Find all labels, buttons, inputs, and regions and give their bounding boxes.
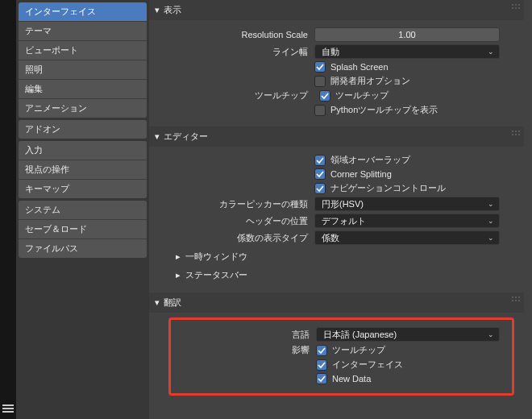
header-position-label: ヘッダーの位置 xyxy=(157,215,314,227)
line-width-select[interactable]: 自動⌄ xyxy=(314,44,500,59)
sidebar-item[interactable]: キーマップ xyxy=(19,180,147,198)
chevron-down-icon: ⌄ xyxy=(488,45,494,58)
factor-display-select[interactable]: 係数⌄ xyxy=(314,230,500,245)
sidebar-item[interactable]: ビューポート xyxy=(19,41,147,60)
panel-title: エディター xyxy=(164,131,208,143)
sidebar: インターフェイステーマビューポート照明編集アニメーションアドオン入力視点の操作キ… xyxy=(16,0,149,419)
color-picker-label: カラーピッカーの種類 xyxy=(157,198,314,210)
translate-tooltips-checkbox[interactable] xyxy=(316,345,327,356)
language-select[interactable]: 日本語 (Japanese)⌄ xyxy=(316,327,500,342)
panel-body-editor: 領域オーバーラップ Corner Splitting ナビゲーションコントロール… xyxy=(149,147,524,292)
chevron-down-icon: ▾ xyxy=(154,297,160,308)
region-overlap-checkbox[interactable] xyxy=(314,155,326,166)
sidebar-item[interactable]: アドオン xyxy=(19,120,147,139)
panel-header-editor[interactable]: ▾ エディター xyxy=(149,127,524,147)
tooltip-section-label: ツールチップ xyxy=(157,89,314,102)
subpanel-temp-windows[interactable]: ▸ 一時ウィンドウ xyxy=(157,247,516,266)
translate-interface-label: インターフェイス xyxy=(332,359,403,371)
sidebar-item[interactable]: 視点の操作 xyxy=(19,160,147,180)
hamburger-icon[interactable] xyxy=(2,403,14,414)
panel-header-display[interactable]: ▾ 表示 xyxy=(149,0,524,20)
tooltip-checkbox[interactable] xyxy=(319,90,330,102)
region-overlap-label: 領域オーバーラップ xyxy=(330,154,410,166)
sidebar-item[interactable]: 入力 xyxy=(19,141,147,160)
sidebar-item[interactable]: ファイルパス xyxy=(19,239,147,258)
nav-controls-checkbox[interactable] xyxy=(314,183,326,194)
translate-interface-checkbox[interactable] xyxy=(316,359,327,371)
chevron-down-icon: ▾ xyxy=(154,131,160,142)
nav-controls-label: ナビゲーションコントロール xyxy=(330,182,446,194)
language-label: 言語 xyxy=(177,329,316,341)
python-tooltip-label: Pythonツールチップを表示 xyxy=(330,104,438,116)
chevron-down-icon: ⌄ xyxy=(488,328,494,341)
resolution-scale-field[interactable]: 1.00 xyxy=(314,27,500,42)
preferences-main: ▾ 表示 Resolution Scale 1.00 ライン幅 自動⌄ Spla… xyxy=(149,0,532,419)
chevron-down-icon: ⌄ xyxy=(488,214,494,227)
color-picker-select[interactable]: 円形(HSV)⌄ xyxy=(314,197,500,211)
sidebar-item[interactable]: インターフェイス xyxy=(19,2,147,22)
left-rail xyxy=(0,0,16,419)
panel-header-translation[interactable]: ▾ 翻訳 xyxy=(149,292,524,313)
translate-tooltips-label: ツールチップ xyxy=(332,344,385,356)
subpanel-status-bar[interactable]: ▸ ステータスバー xyxy=(157,266,516,284)
drag-grip-icon[interactable] xyxy=(511,296,521,302)
splash-checkbox[interactable] xyxy=(314,61,326,73)
sidebar-item[interactable]: アニメーション xyxy=(19,99,147,118)
panel-title: 翻訳 xyxy=(164,297,181,309)
panel-body-display: Resolution Scale 1.00 ライン幅 自動⌄ Splash Sc… xyxy=(149,20,524,127)
python-tooltip-checkbox[interactable] xyxy=(314,105,326,116)
sidebar-item[interactable]: システム xyxy=(19,201,147,220)
resolution-scale-label: Resolution Scale xyxy=(157,30,314,39)
affect-label: 影響 xyxy=(177,344,316,356)
chevron-down-icon: ⌄ xyxy=(488,197,494,210)
sidebar-item[interactable]: 照明 xyxy=(19,60,147,80)
panel-body-translation: 言語 日本語 (Japanese)⌄ 影響 ツールチップ インターフェイス Ne… xyxy=(149,313,524,410)
chevron-down-icon: ▾ xyxy=(154,5,160,15)
translate-newdata-label: New Data xyxy=(332,374,371,384)
sidebar-item[interactable]: セーブ＆ロード xyxy=(19,220,147,239)
header-position-select[interactable]: デフォルト⌄ xyxy=(314,214,500,228)
line-width-label: ライン幅 xyxy=(157,46,314,58)
translation-highlight-box: 言語 日本語 (Japanese)⌄ 影響 ツールチップ インターフェイス Ne… xyxy=(168,317,514,396)
splash-label: Splash Screen xyxy=(330,62,389,72)
chevron-right-icon: ▸ xyxy=(175,270,181,280)
sidebar-item[interactable]: テーマ xyxy=(19,22,147,41)
chevron-right-icon: ▸ xyxy=(175,251,181,262)
panel-title: 表示 xyxy=(164,4,181,16)
drag-grip-icon[interactable] xyxy=(511,3,521,10)
translate-newdata-checkbox[interactable] xyxy=(316,373,327,384)
chevron-down-icon: ⌄ xyxy=(488,231,494,244)
sidebar-item[interactable]: 編集 xyxy=(19,80,147,99)
drag-grip-icon[interactable] xyxy=(511,130,521,136)
tooltip-label: ツールチップ xyxy=(335,89,389,102)
factor-display-label: 係数の表示タイプ xyxy=(157,232,314,244)
developer-extras-checkbox[interactable] xyxy=(314,76,326,87)
developer-extras-label: 開発者用オプション xyxy=(330,75,410,87)
corner-splitting-label: Corner Splitting xyxy=(330,169,392,179)
corner-splitting-checkbox[interactable] xyxy=(314,168,326,180)
